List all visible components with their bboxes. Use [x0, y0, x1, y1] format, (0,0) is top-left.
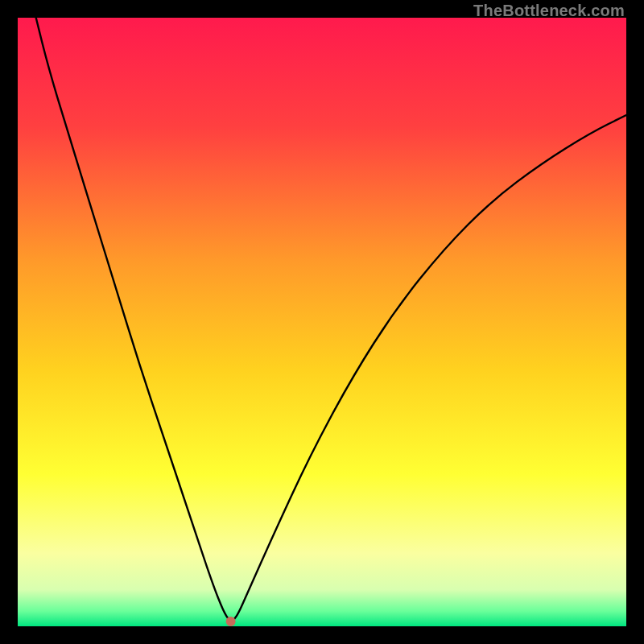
bottleneck-curve	[36, 18, 626, 620]
chart-frame: TheBottleneck.com	[0, 0, 644, 644]
curve-layer	[18, 18, 626, 626]
plot-area	[18, 18, 626, 626]
optimum-marker	[226, 617, 236, 626]
